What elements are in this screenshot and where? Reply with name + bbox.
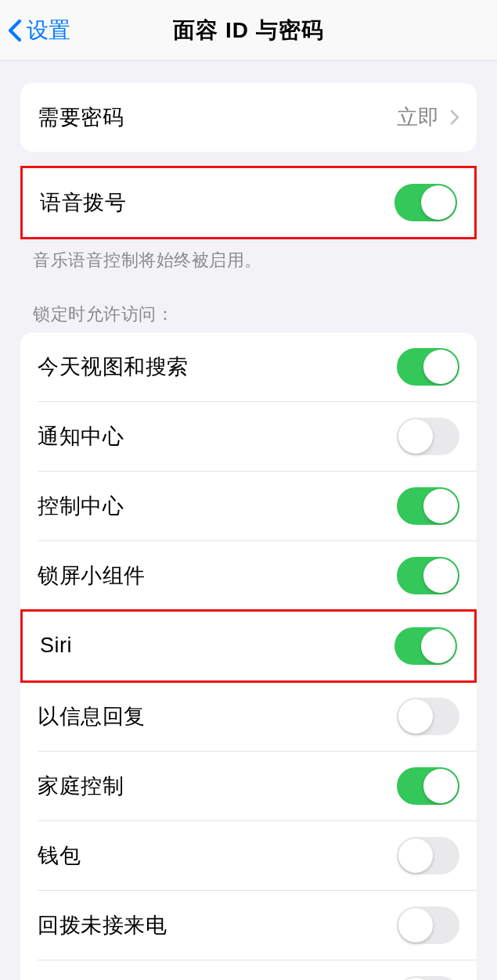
lock-access-row: Siri (20, 609, 477, 683)
require-passcode-group: 需要密码 立即 (20, 83, 477, 152)
require-passcode-label: 需要密码 (38, 103, 124, 131)
lock-access-row: 通知中心 (20, 402, 477, 471)
lock-access-toggle[interactable] (397, 906, 459, 944)
lock-access-toggle[interactable] (397, 348, 459, 386)
voice-dial-toggle[interactable] (394, 184, 457, 221)
voice-dial-group: 语音拨号 (20, 166, 477, 239)
lock-access-label: 通知中心 (38, 422, 124, 451)
lock-access-label: 钱包 (38, 842, 81, 870)
lock-access-toggle[interactable] (394, 627, 457, 665)
lock-access-label: 控制中心 (38, 492, 124, 520)
lock-access-row: 控制中心 (20, 472, 477, 540)
back-label: 设置 (27, 16, 70, 45)
lock-access-row: 以信息回复 (20, 682, 477, 751)
lock-access-row: 今天视图和搜索 (20, 332, 477, 401)
lock-access-label: 家庭控制 (38, 772, 124, 800)
lock-access-group: 今天视图和搜索通知中心控制中心锁屏小组件Siri以信息回复家庭控制钱包回拨未接来… (20, 332, 477, 980)
voice-dial-label: 语音拨号 (40, 188, 126, 217)
toggle-knob (423, 350, 458, 384)
page-title: 面容 ID 与密码 (173, 16, 324, 45)
toggle-knob (398, 838, 433, 873)
lock-access-toggle[interactable] (397, 837, 459, 874)
require-passcode-row[interactable]: 需要密码 立即 (20, 83, 477, 152)
lock-access-row: USB 配件 (20, 960, 477, 980)
nav-header: 设置 面容 ID 与密码 (0, 0, 497, 61)
lock-access-label: 今天视图和搜索 (38, 353, 189, 381)
lock-access-toggle[interactable] (397, 767, 459, 805)
lock-access-label: 回拨未接来电 (38, 911, 167, 939)
toggle-knob (421, 629, 456, 663)
voice-dial-row: 语音拨号 (23, 168, 474, 237)
toggle-knob (398, 419, 433, 454)
lock-access-toggle[interactable] (397, 487, 459, 525)
lock-access-label: Siri (40, 634, 72, 658)
require-passcode-value-text: 立即 (397, 103, 439, 131)
voice-dial-footer: 音乐语音控制将始终被启用。 (0, 239, 497, 273)
lock-access-row: 家庭控制 (20, 752, 477, 820)
lock-access-header: 锁定时允许访问： (0, 273, 497, 332)
lock-access-row: 钱包 (20, 821, 477, 890)
lock-access-toggle[interactable] (397, 698, 459, 735)
toggle-knob (423, 558, 458, 593)
lock-access-row: 回拨未接来电 (20, 891, 477, 960)
toggle-knob (423, 489, 458, 523)
toggle-knob (398, 908, 433, 942)
toggle-knob (421, 185, 456, 220)
lock-access-label: 锁屏小组件 (38, 562, 146, 590)
lock-access-toggle[interactable] (397, 976, 459, 980)
lock-access-toggle[interactable] (397, 557, 459, 594)
toggle-knob (423, 769, 458, 803)
back-button[interactable]: 设置 (0, 16, 70, 45)
lock-access-toggle[interactable] (397, 418, 459, 455)
toggle-knob (398, 699, 433, 734)
chevron-left-icon (8, 19, 22, 42)
lock-access-label: 以信息回复 (38, 702, 146, 731)
lock-access-row: 锁屏小组件 (20, 541, 477, 610)
chevron-right-icon (450, 109, 459, 125)
require-passcode-value: 立即 (397, 103, 459, 131)
